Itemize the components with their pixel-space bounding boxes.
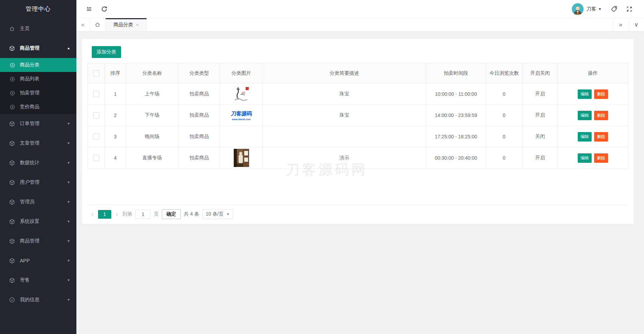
delete-button[interactable]: 删除 <box>594 132 608 141</box>
sidebar-item-order-management[interactable]: 订单管理 ▼ <box>0 114 76 133</box>
sidebar-item-product-list[interactable]: 商品列表 <box>0 72 76 86</box>
cell-name: 上午场 <box>126 84 179 105</box>
avatar <box>572 3 584 15</box>
category-table: 排序 分类名称 分类类型 分类图片 分类简要描述 拍卖时间段 今日浏览次数 开启… <box>87 63 628 169</box>
sidebar-item-consignment[interactable]: 寄售 ▼ <box>0 270 76 290</box>
circle-plus-icon <box>10 104 15 110</box>
edit-button[interactable]: 编辑 <box>578 111 592 120</box>
sidebar-item-data-statistics[interactable]: 数据统计 ▼ <box>0 153 76 173</box>
sidebar-item-administrator[interactable]: 管理员 ▼ <box>0 192 76 212</box>
edit-button[interactable]: 编辑 <box>578 132 592 141</box>
collapse-sidebar-button[interactable] <box>81 0 97 18</box>
tab-product-category[interactable]: 商品分类 × <box>106 18 147 31</box>
pagination-divider <box>87 169 628 205</box>
edit-button[interactable]: 编辑 <box>578 89 592 99</box>
row-checkbox[interactable] <box>93 155 99 161</box>
sidebar-item-label: 商品管理 <box>20 238 67 244</box>
sidebar-item-product-management-2[interactable]: 商品管理 ▼ <box>0 231 76 251</box>
row-checkbox[interactable] <box>93 91 99 97</box>
app-title: 管理中心 <box>0 0 76 18</box>
header-actions: 操作 <box>558 63 628 84</box>
sidebar-item-product-category[interactable]: 商品分类 <box>0 58 76 72</box>
fullscreen-button[interactable] <box>622 0 637 18</box>
sidebar-item-article-management[interactable]: 文章管理 ▼ <box>0 133 76 153</box>
cell-desc: 珠宝 <box>263 105 426 126</box>
cell-name: 直播专场 <box>126 147 179 169</box>
caret-up-icon: ▲ <box>67 46 70 50</box>
select-caret-icon: ▼ <box>226 212 230 216</box>
caret-down-icon: ▼ <box>67 122 70 125</box>
cube-icon <box>9 160 15 166</box>
select-all-checkbox[interactable] <box>93 70 99 77</box>
sidebar-item-label: 主页 <box>20 26 70 32</box>
content-area: 刀客源码网 添加分类 排序 分类名称 分类类型 分类图片 <box>76 31 644 334</box>
sidebar-item-bidding-product[interactable]: 竞价商品 <box>0 100 76 114</box>
row-checkbox[interactable] <box>93 112 99 118</box>
tabs-scroll-left-button[interactable]: « <box>76 18 90 31</box>
main-area: 刀客 ▼ « 商品分类 <box>76 0 644 334</box>
edit-button[interactable]: 编辑 <box>578 153 592 163</box>
sidebar-item-auction-management[interactable]: 拍卖管理 <box>0 86 76 100</box>
sidebar-item-product-management[interactable]: 商品管理 ▲ <box>0 38 76 58</box>
row-checkbox[interactable] <box>93 133 99 140</box>
confirm-page-button[interactable]: 确定 <box>162 209 181 219</box>
current-page-button[interactable]: 1 <box>98 210 111 219</box>
sidebar-item-label: APP <box>20 258 67 263</box>
tag-button[interactable] <box>606 0 622 18</box>
cell-desc: 珠宝 <box>263 84 426 105</box>
cell-order: 4 <box>105 147 126 169</box>
sidebar-item-label: 我的信息 <box>20 297 67 303</box>
prev-page-button[interactable]: ‹ <box>90 211 95 218</box>
sidebar-item-label: 用户管理 <box>20 179 67 186</box>
per-page-select[interactable]: 10 条/页 ▼ <box>202 209 233 219</box>
goto-page-input[interactable] <box>135 210 151 219</box>
sidebar: 管理中心 主页 商品管理 ▲ 商品分类 商品列表 拍卖管理 <box>0 0 76 334</box>
sidebar-item-label: 寄售 <box>20 277 67 283</box>
sidebar-item-label: 竞价商品 <box>20 104 39 110</box>
sidebar-item-app[interactable]: APP ▼ <box>0 251 76 270</box>
cell-status: 开启 <box>523 84 558 105</box>
caret-down-icon: ▼ <box>67 239 70 243</box>
tabbar-spacer <box>147 18 613 31</box>
sidebar-item-system-settings[interactable]: 系统设置 ▼ <box>0 212 76 231</box>
tag-icon <box>611 6 617 12</box>
goto-prefix-label: 到第 <box>122 211 132 217</box>
cell-image-empty <box>220 126 263 147</box>
cell-views: 0 <box>486 126 523 147</box>
caret-down-icon: ▼ <box>67 298 70 302</box>
caret-down-icon: ▼ <box>67 278 70 282</box>
category-image-ink-painting <box>233 86 250 102</box>
sidebar-item-my-info[interactable]: 我的信息 ▼ <box>0 290 76 310</box>
tab-label: 商品分类 <box>113 22 133 28</box>
sidebar-item-label: 商品管理 <box>20 45 67 51</box>
tabs-scroll-right-button[interactable]: » <box>613 18 628 31</box>
delete-button[interactable]: 删除 <box>594 111 608 120</box>
delete-button[interactable]: 删除 <box>594 89 608 99</box>
tabs-menu-button[interactable]: ∨ <box>628 18 644 31</box>
header-type: 分类类型 <box>179 63 220 84</box>
refresh-icon <box>101 6 107 12</box>
tab-home[interactable] <box>90 18 106 31</box>
caret-down-icon: ▼ <box>67 141 70 145</box>
header-status: 开启关闭 <box>523 63 558 84</box>
refresh-button[interactable] <box>97 0 112 18</box>
user-menu[interactable]: 刀客 ▼ <box>572 3 601 15</box>
cell-views: 0 <box>486 84 523 105</box>
cell-name: 下午场 <box>126 105 179 126</box>
sidebar-item-home[interactable]: 主页 <box>0 19 76 38</box>
header-views: 今日浏览次数 <box>486 63 523 84</box>
delete-button[interactable]: 删除 <box>594 153 608 163</box>
sidebar-item-user-management[interactable]: 用户管理 ▼ <box>0 173 76 192</box>
category-image-live-room-photo <box>234 149 249 167</box>
sidebar-item-label: 管理员 <box>20 199 67 205</box>
cell-type: 拍卖商品 <box>179 105 220 126</box>
next-page-button[interactable]: › <box>114 211 119 218</box>
close-icon[interactable]: × <box>136 22 138 28</box>
add-category-button[interactable]: 添加分类 <box>92 46 121 58</box>
cube-icon <box>9 180 15 186</box>
cube-icon <box>9 140 15 146</box>
topbar: 刀客 ▼ <box>76 0 644 18</box>
fullscreen-icon <box>626 6 632 12</box>
cell-desc: 演示 <box>263 147 426 169</box>
goto-suffix-label: 页 <box>154 211 159 217</box>
